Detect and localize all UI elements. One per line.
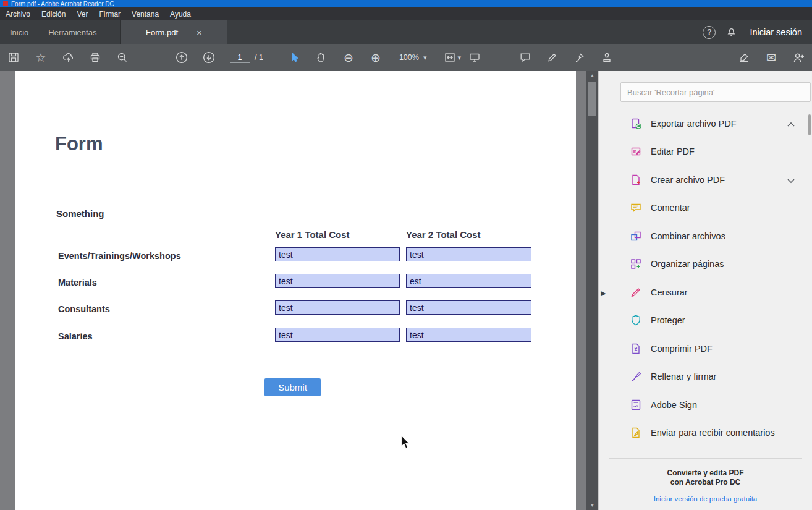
main-toolbar: ☆ / 1 [0,44,812,71]
page-total-label: / 1 [255,53,263,62]
tab-bar: Inicio Herramientas Form.pdf × ? Iniciar… [0,20,812,44]
menu-ventana[interactable]: Ventana [126,7,164,20]
field-materials-year1[interactable] [275,274,400,288]
tool-adobe-sign[interactable]: Adobe Sign [599,391,812,419]
chevron-up-icon[interactable] [786,120,796,127]
submit-button[interactable]: Submit [264,378,321,396]
promo-line2: con Acrobat Pro DC [609,478,802,487]
scrollbar-thumb[interactable] [588,82,596,116]
zoom-in-icon[interactable]: ⊕ [362,44,389,71]
document-scrollbar[interactable]: ▲ ▼ [586,71,598,510]
envelope-icon[interactable]: ✉ [758,44,785,71]
sign-in-button[interactable]: Iniciar sesión [750,27,802,37]
next-page-icon[interactable] [195,44,222,71]
acrobat-pro-promo: Convierte y edita PDF con Acrobat Pro DC… [609,458,802,503]
star-favorite-icon[interactable]: ☆ [27,44,54,71]
tool-label: Organizar páginas [651,259,724,269]
pdf-page: Form Something Year 1 Total Cost Year 2 … [15,71,576,510]
menu-ayuda[interactable]: Ayuda [164,7,197,20]
menu-archivo[interactable]: Archivo [0,7,36,20]
tool-label: Combinar archivos [651,231,725,241]
cloud-upload-icon[interactable] [54,44,82,71]
chevron-down-icon[interactable] [786,176,796,184]
close-tab-icon[interactable]: × [197,27,202,38]
collapse-panel-icon[interactable]: ▶ [599,286,608,300]
send-for-comments-icon [630,427,642,439]
tool-send-for-comments[interactable]: Enviar para recibir comentarios [599,419,812,448]
tool-create-pdf[interactable]: Crear archivo PDF [599,166,812,194]
acrobat-window: Form.pdf - Adobe Acrobat Reader DC Archi… [0,0,812,510]
menu-firmar[interactable]: Firmar [93,7,126,20]
tool-protect[interactable]: Proteger [599,307,812,335]
row-label-materials: Materials [58,278,97,287]
tool-edit-pdf[interactable]: Editar PDF [599,138,812,166]
free-trial-link[interactable]: Iniciar versión de prueba gratuita [609,495,802,503]
field-events-year2[interactable] [406,247,531,261]
app-icon [3,1,8,6]
add-user-icon[interactable] [785,44,812,71]
field-salaries-year1[interactable] [275,328,400,342]
tool-label: Rellenar y firmar [651,372,716,381]
save-icon[interactable] [0,44,27,71]
tool-label: Comprimir PDF [651,344,713,354]
select-tool-icon[interactable] [281,44,308,71]
tab-document[interactable]: Form.pdf × [120,20,227,44]
tab-herramientas[interactable]: Herramientas [38,20,106,44]
create-pdf-icon [630,174,642,186]
tool-compress-pdf[interactable]: Comprimir PDF [599,334,812,363]
promo-line1: Convierte y edita PDF [609,469,802,478]
notifications-bell-icon[interactable] [725,25,737,39]
tool-fill-sign[interactable]: Rellenar y firmar [599,363,812,391]
previous-page-icon[interactable] [168,44,195,71]
stamp-tool-icon[interactable] [593,44,620,71]
menu-ver[interactable]: Ver [71,7,93,20]
tool-comment[interactable]: Comentar [599,194,812,223]
highlighter-tool-icon[interactable] [539,44,566,71]
tab-document-label: Form.pdf [146,28,178,37]
field-salaries-year2[interactable] [406,328,531,342]
tool-label: Censurar [651,287,688,297]
organize-pages-icon [630,258,642,270]
help-icon[interactable]: ? [703,26,716,39]
tab-inicio[interactable]: Inicio [0,20,38,44]
tool-redact[interactable]: Censurar [599,278,812,307]
page-number-input[interactable] [230,53,250,63]
zoom-level-dropdown[interactable]: 100% ▾ [399,53,427,62]
tools-panel: Exportar archivo PDF Editar PDF [598,71,812,510]
hand-tool-icon[interactable] [308,44,335,71]
window-title: Form.pdf - Adobe Acrobat Reader DC [11,0,114,7]
tool-combine-files[interactable]: Combinar archivos [599,222,812,250]
menu-edicion[interactable]: Edición [36,7,71,20]
comment-tool-icon[interactable] [512,44,539,71]
scroll-up-icon[interactable]: ▲ [586,71,598,80]
tool-label: Enviar para recibir comentarios [651,428,775,438]
tool-organize-pages[interactable]: Organizar páginas [599,250,812,279]
tool-label: Editar PDF [651,147,695,156]
tool-export-pdf[interactable]: Exportar archivo PDF [599,109,812,138]
tools-list: Exportar archivo PDF Editar PDF [599,109,812,447]
print-icon[interactable] [82,44,109,71]
field-events-year1[interactable] [275,247,400,261]
field-consultants-year2[interactable] [406,300,531,315]
combine-files-icon [630,230,642,242]
adobe-sign-icon [630,399,642,411]
fill-sign-icon [630,370,642,383]
tool-label: Comentar [651,203,690,213]
tool-label: Proteger [651,315,685,325]
field-consultants-year1[interactable] [275,300,400,315]
tools-search-input[interactable] [620,82,811,102]
sign-pen-tool-icon[interactable] [566,44,593,71]
field-materials-year2[interactable] [406,274,531,288]
fill-sign-quick-icon[interactable] [730,44,758,71]
form-heading: Form [55,133,103,155]
tool-label: Exportar archivo PDF [651,119,737,129]
export-pdf-icon [630,117,642,130]
column-header-year1: Year 1 Total Cost [275,229,350,240]
zoom-search-icon[interactable] [109,44,136,71]
title-bar: Form.pdf - Adobe Acrobat Reader DC [0,0,812,7]
mouse-cursor [399,435,413,452]
compress-pdf-icon [630,342,642,355]
presentation-mode-icon[interactable] [461,44,488,71]
scroll-down-icon[interactable]: ▼ [586,501,598,510]
zoom-out-icon[interactable]: ⊖ [335,44,362,71]
